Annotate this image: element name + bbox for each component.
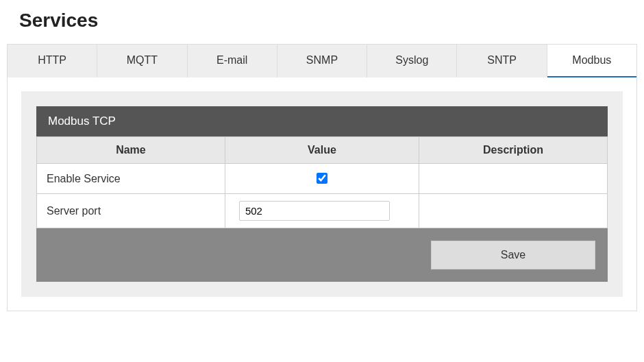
server-port-input[interactable] xyxy=(239,201,390,221)
row-value xyxy=(225,164,419,194)
tab-http[interactable]: HTTP xyxy=(8,45,97,77)
tabs-container: HTTP MQTT E-mail SNMP Syslog SNTP Modbus… xyxy=(7,44,637,311)
row-value xyxy=(225,194,419,228)
enable-service-checkbox[interactable] xyxy=(317,173,327,184)
row-description xyxy=(419,164,608,194)
table-row: Enable Service xyxy=(37,164,608,194)
row-name: Server port xyxy=(37,194,225,228)
page-title: Services xyxy=(19,10,644,32)
tab-mqtt[interactable]: MQTT xyxy=(97,45,187,77)
settings-table: Name Value Description Enable Service xyxy=(36,136,608,228)
tab-sntp[interactable]: SNTP xyxy=(457,45,547,77)
tabs: HTTP MQTT E-mail SNMP Syslog SNTP Modbus xyxy=(8,45,636,77)
panel-title: Modbus TCP xyxy=(36,106,608,136)
panel-wrapper: Modbus TCP Name Value Description Enable… xyxy=(21,91,623,297)
tab-snmp[interactable]: SNMP xyxy=(277,45,367,77)
tab-content: Modbus TCP Name Value Description Enable… xyxy=(8,77,636,311)
row-name: Enable Service xyxy=(37,164,225,194)
header-value: Value xyxy=(225,137,419,164)
save-button[interactable]: Save xyxy=(431,241,595,269)
tab-syslog[interactable]: Syslog xyxy=(367,45,457,77)
header-description: Description xyxy=(419,137,608,164)
table-row: Server port xyxy=(37,194,608,228)
header-name: Name xyxy=(37,137,225,164)
tab-modbus[interactable]: Modbus xyxy=(547,45,636,77)
footer-row: Save xyxy=(36,228,608,282)
row-description xyxy=(419,194,608,228)
tab-email[interactable]: E-mail xyxy=(188,45,277,77)
